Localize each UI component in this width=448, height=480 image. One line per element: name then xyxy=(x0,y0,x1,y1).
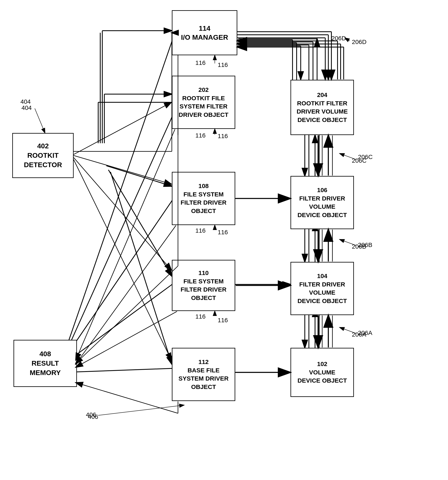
label-116-top: 116 xyxy=(217,61,229,68)
file-system-filter-108-box: 108FILE SYSTEMFILTER DRIVEROBJECT xyxy=(172,172,235,225)
rootkit-file-filter-box: 202ROOTKIT FILESYSTEM FILTERDRIVER OBJEC… xyxy=(172,76,235,129)
base-file-system-label: 112BASE FILESYSTEM DRIVEROBJECT xyxy=(178,358,229,391)
base-file-system-box: 112BASE FILESYSTEM DRIVEROBJECT xyxy=(172,348,235,401)
result-memory-box: 408RESULTMEMORY xyxy=(14,340,77,387)
label-206c-pos: 206C xyxy=(352,157,367,164)
label-116-mid1: 116 xyxy=(217,133,229,140)
file-system-filter-108-label: 108FILE SYSTEMFILTER DRIVEROBJECT xyxy=(181,182,226,215)
label-206a-pos: 206A xyxy=(352,331,366,338)
main-arrows xyxy=(0,0,448,480)
svg-line-35 xyxy=(111,172,172,364)
volume-device-label: 102VOLUMEDEVICE OBJECT xyxy=(297,360,347,385)
file-system-filter-110-box: 110FILE SYSTEMFILTER DRIVEROBJECT xyxy=(172,260,235,311)
io-manager-label: 114 I/O MANAGER xyxy=(181,24,228,42)
svg-line-85 xyxy=(76,226,176,364)
svg-line-77 xyxy=(74,102,171,155)
label-116-mid2: 116 xyxy=(217,229,229,236)
io-manager-box: 114 I/O MANAGER xyxy=(172,10,237,55)
svg-line-43 xyxy=(63,368,175,372)
volume-device-box: 102VOLUMEDEVICE OBJECT xyxy=(290,348,354,397)
label-404-pos: 404 xyxy=(21,104,32,111)
diagram: 114 I/O MANAGER 206D 116 202ROOTKIT FILE… xyxy=(0,0,448,480)
svg-line-88 xyxy=(76,383,178,413)
rootkit-detector-label: 402ROOTKITDETECTOR xyxy=(24,141,62,169)
arrows-svg xyxy=(0,0,448,480)
label-116-4: 116 xyxy=(195,313,206,320)
label-404: 404 xyxy=(21,98,31,105)
label-206d: 206D xyxy=(331,35,346,42)
svg-line-97 xyxy=(35,108,45,133)
label-406-pos: 406 xyxy=(88,413,98,420)
result-memory-label: 408RESULTMEMORY xyxy=(30,349,61,377)
label-116-3: 116 xyxy=(195,227,206,234)
filter-driver-106-label: 106FILTER DRIVERVOLUMEDEVICE OBJECT xyxy=(297,186,347,219)
filter-driver-104-box: 104FILTER DRIVERVOLUMEDEVICE OBJECT xyxy=(290,262,354,315)
svg-line-79 xyxy=(74,157,171,270)
svg-line-84 xyxy=(76,129,175,360)
svg-line-41 xyxy=(63,197,175,360)
label-206b-pos: 206B xyxy=(352,243,366,250)
label-116-bot: 116 xyxy=(217,317,229,324)
svg-line-44 xyxy=(63,33,175,356)
svg-line-34 xyxy=(108,170,172,276)
svg-line-42 xyxy=(63,282,175,364)
svg-line-78 xyxy=(74,155,171,184)
rootkit-filter-volume-box: 204ROOTKIT FILTERDRIVER VOLUMEDEVICE OBJ… xyxy=(290,80,354,135)
label-116-2: 116 xyxy=(195,132,206,139)
svg-line-82 xyxy=(76,266,178,363)
rootkit-detector-box: 402ROOTKITDETECTOR xyxy=(12,133,74,178)
filter-driver-104-label: 104FILTER DRIVERVOLUMEDEVICE OBJECT xyxy=(297,272,347,305)
svg-line-40 xyxy=(63,111,175,358)
svg-line-86 xyxy=(76,311,177,367)
filter-driver-106-box: 106FILTER DRIVERVOLUMEDEVICE OBJECT xyxy=(290,176,354,229)
svg-line-98 xyxy=(98,405,184,415)
label-116-1: 116 xyxy=(195,59,206,66)
rootkit-file-filter-label: 202ROOTKIT FILESYSTEM FILTERDRIVER OBJEC… xyxy=(179,86,228,119)
svg-line-80 xyxy=(74,160,171,360)
file-system-filter-110-label: 110FILE SYSTEMFILTER DRIVEROBJECT xyxy=(181,269,226,302)
rootkit-filter-volume-label: 204ROOTKIT FILTERDRIVER VOLUMEDEVICE OBJ… xyxy=(297,91,348,124)
label-206d-pos: 206D xyxy=(352,38,367,45)
svg-line-33 xyxy=(106,166,172,186)
